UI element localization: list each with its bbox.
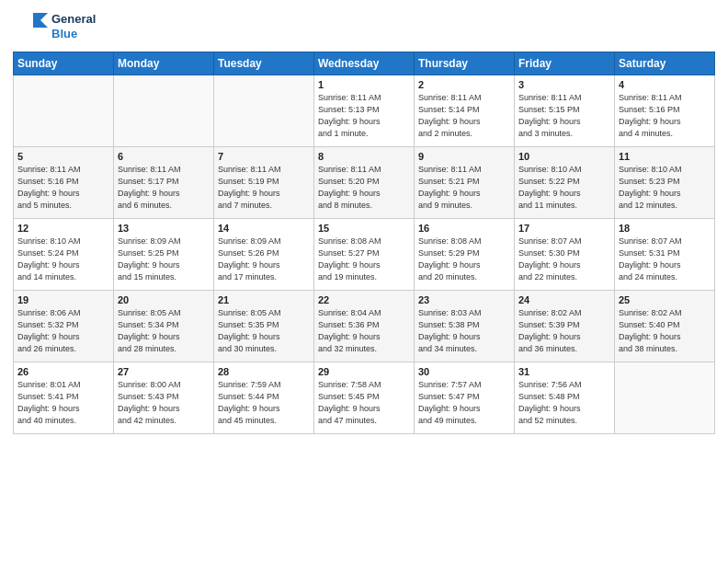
calendar-cell: 26Sunrise: 8:01 AMSunset: 5:41 PMDayligh…: [14, 362, 114, 434]
cell-info: Sunrise: 8:05 AMSunset: 5:34 PMDaylight:…: [118, 307, 210, 355]
calendar-cell: 14Sunrise: 8:09 AMSunset: 5:26 PMDayligh…: [214, 219, 314, 291]
cell-info: Sunrise: 8:11 AMSunset: 5:16 PMDaylight:…: [17, 164, 109, 212]
calendar-cell: 29Sunrise: 7:58 AMSunset: 5:45 PMDayligh…: [314, 362, 415, 434]
day-header-saturday: Saturday: [615, 52, 715, 75]
day-number: 31: [518, 366, 610, 377]
calendar-cell: 18Sunrise: 8:07 AMSunset: 5:31 PMDayligh…: [615, 219, 715, 291]
calendar-cell: 31Sunrise: 7:56 AMSunset: 5:48 PMDayligh…: [515, 362, 615, 434]
day-number: 22: [318, 294, 410, 305]
day-number: 2: [418, 79, 510, 90]
week-row-5: 26Sunrise: 8:01 AMSunset: 5:41 PMDayligh…: [14, 362, 715, 434]
calendar-cell: [214, 75, 314, 147]
day-number: 21: [218, 294, 310, 305]
day-header-tuesday: Tuesday: [214, 52, 314, 75]
day-number: 17: [518, 223, 610, 234]
calendar-cell: 3Sunrise: 8:11 AMSunset: 5:15 PMDaylight…: [515, 75, 615, 147]
logo-svg: [13, 9, 48, 44]
cell-info: Sunrise: 8:02 AMSunset: 5:39 PMDaylight:…: [518, 307, 610, 355]
cell-info: Sunrise: 8:06 AMSunset: 5:32 PMDaylight:…: [17, 307, 109, 355]
logo-line1: General: [51, 12, 96, 27]
cell-info: Sunrise: 8:07 AMSunset: 5:31 PMDaylight:…: [619, 236, 711, 283]
day-number: 28: [218, 366, 310, 377]
day-header-friday: Friday: [515, 52, 615, 75]
calendar-cell: 17Sunrise: 8:07 AMSunset: 5:30 PMDayligh…: [515, 219, 615, 291]
calendar-cell: [615, 362, 715, 434]
day-number: 27: [118, 366, 210, 377]
calendar-cell: 15Sunrise: 8:08 AMSunset: 5:27 PMDayligh…: [314, 219, 415, 291]
calendar-cell: 25Sunrise: 8:02 AMSunset: 5:40 PMDayligh…: [615, 291, 715, 362]
cell-info: Sunrise: 8:04 AMSunset: 5:36 PMDaylight:…: [318, 307, 410, 355]
cell-info: Sunrise: 8:02 AMSunset: 5:40 PMDaylight:…: [619, 307, 711, 355]
day-number: 3: [518, 79, 610, 90]
calendar-cell: 11Sunrise: 8:10 AMSunset: 5:23 PMDayligh…: [615, 147, 715, 219]
cell-info: Sunrise: 8:08 AMSunset: 5:29 PMDaylight:…: [418, 236, 510, 283]
calendar-table: SundayMondayTuesdayWednesdayThursdayFrid…: [13, 52, 715, 434]
calendar-cell: 1Sunrise: 8:11 AMSunset: 5:13 PMDaylight…: [314, 75, 415, 147]
calendar-cell: 30Sunrise: 7:57 AMSunset: 5:47 PMDayligh…: [415, 362, 515, 434]
calendar-cell: 23Sunrise: 8:03 AMSunset: 5:38 PMDayligh…: [415, 291, 515, 362]
week-row-4: 19Sunrise: 8:06 AMSunset: 5:32 PMDayligh…: [14, 291, 715, 362]
cell-info: Sunrise: 8:11 AMSunset: 5:19 PMDaylight:…: [218, 164, 310, 212]
cell-info: Sunrise: 8:07 AMSunset: 5:30 PMDaylight:…: [518, 236, 610, 283]
page-container: GeneralBlue SundayMondayTuesdayWednesday…: [0, 0, 728, 442]
day-number: 30: [418, 366, 510, 377]
day-number: 10: [518, 151, 610, 162]
calendar-cell: 8Sunrise: 8:11 AMSunset: 5:20 PMDaylight…: [314, 147, 415, 219]
cell-info: Sunrise: 8:03 AMSunset: 5:38 PMDaylight:…: [418, 307, 510, 355]
cell-info: Sunrise: 8:11 AMSunset: 5:15 PMDaylight:…: [518, 92, 610, 140]
day-number: 15: [318, 223, 410, 234]
cell-info: Sunrise: 8:11 AMSunset: 5:16 PMDaylight:…: [619, 92, 711, 140]
calendar-cell: 22Sunrise: 8:04 AMSunset: 5:36 PMDayligh…: [314, 291, 415, 362]
day-number: 7: [218, 151, 310, 162]
header-row: SundayMondayTuesdayWednesdayThursdayFrid…: [14, 52, 715, 75]
cell-info: Sunrise: 7:56 AMSunset: 5:48 PMDaylight:…: [518, 379, 610, 427]
calendar-cell: 12Sunrise: 8:10 AMSunset: 5:24 PMDayligh…: [14, 219, 114, 291]
day-number: 20: [118, 294, 210, 305]
calendar-cell: 19Sunrise: 8:06 AMSunset: 5:32 PMDayligh…: [14, 291, 114, 362]
day-number: 16: [418, 223, 510, 234]
logo: GeneralBlue: [13, 9, 96, 44]
cell-info: Sunrise: 8:00 AMSunset: 5:43 PMDaylight:…: [118, 379, 210, 427]
cell-info: Sunrise: 8:01 AMSunset: 5:41 PMDaylight:…: [17, 379, 109, 427]
day-number: 6: [118, 151, 210, 162]
cell-info: Sunrise: 8:11 AMSunset: 5:14 PMDaylight:…: [418, 92, 510, 140]
cell-info: Sunrise: 8:10 AMSunset: 5:24 PMDaylight:…: [17, 236, 109, 283]
calendar-cell: 2Sunrise: 8:11 AMSunset: 5:14 PMDaylight…: [415, 75, 515, 147]
day-number: 12: [17, 223, 109, 234]
day-number: 1: [318, 79, 410, 90]
cell-info: Sunrise: 8:05 AMSunset: 5:35 PMDaylight:…: [218, 307, 310, 355]
day-number: 19: [17, 294, 109, 305]
day-number: 11: [619, 151, 711, 162]
logo-text-block: GeneralBlue: [51, 12, 96, 40]
calendar-cell: 20Sunrise: 8:05 AMSunset: 5:34 PMDayligh…: [114, 291, 214, 362]
header: GeneralBlue: [13, 9, 715, 44]
calendar-cell: 16Sunrise: 8:08 AMSunset: 5:29 PMDayligh…: [415, 219, 515, 291]
week-row-3: 12Sunrise: 8:10 AMSunset: 5:24 PMDayligh…: [14, 219, 715, 291]
calendar-cell: 6Sunrise: 8:11 AMSunset: 5:17 PMDaylight…: [114, 147, 214, 219]
day-number: 29: [318, 366, 410, 377]
day-number: 24: [518, 294, 610, 305]
cell-info: Sunrise: 8:10 AMSunset: 5:23 PMDaylight:…: [619, 164, 711, 212]
cell-info: Sunrise: 7:58 AMSunset: 5:45 PMDaylight:…: [318, 379, 410, 427]
calendar-cell: 7Sunrise: 8:11 AMSunset: 5:19 PMDaylight…: [214, 147, 314, 219]
calendar-cell: 4Sunrise: 8:11 AMSunset: 5:16 PMDaylight…: [615, 75, 715, 147]
day-number: 13: [118, 223, 210, 234]
svg-marker-0: [33, 13, 48, 28]
day-header-thursday: Thursday: [415, 52, 515, 75]
day-number: 25: [619, 294, 711, 305]
calendar-cell: 10Sunrise: 8:10 AMSunset: 5:22 PMDayligh…: [515, 147, 615, 219]
day-header-monday: Monday: [114, 52, 214, 75]
day-number: 14: [218, 223, 310, 234]
day-number: 26: [17, 366, 109, 377]
week-row-1: 1Sunrise: 8:11 AMSunset: 5:13 PMDaylight…: [14, 75, 715, 147]
day-header-sunday: Sunday: [14, 52, 114, 75]
logo-line2: Blue: [51, 27, 96, 41]
day-number: 5: [17, 151, 109, 162]
calendar-cell: [114, 75, 214, 147]
day-number: 8: [318, 151, 410, 162]
cell-info: Sunrise: 8:09 AMSunset: 5:25 PMDaylight:…: [118, 236, 210, 283]
day-number: 23: [418, 294, 510, 305]
cell-info: Sunrise: 8:10 AMSunset: 5:22 PMDaylight:…: [518, 164, 610, 212]
calendar-cell: [14, 75, 114, 147]
cell-info: Sunrise: 8:08 AMSunset: 5:27 PMDaylight:…: [318, 236, 410, 283]
